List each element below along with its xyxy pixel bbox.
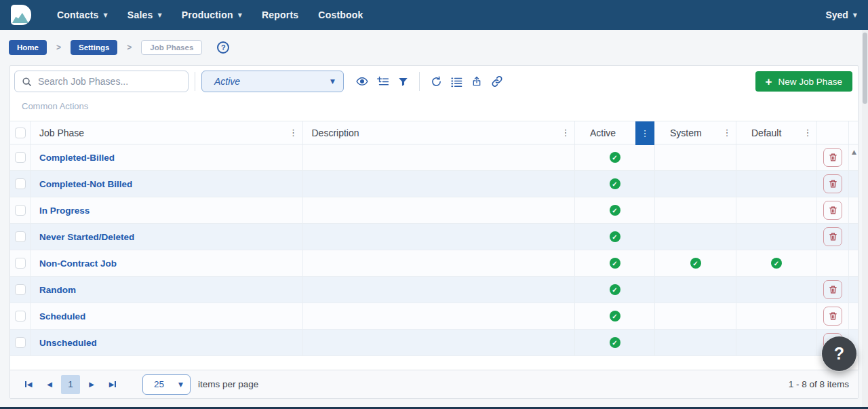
table-row: Random ✓ [10,277,858,303]
visibility-toggle-button[interactable] [353,72,372,91]
first-page-icon: ◀ [27,381,33,388]
column-header-description[interactable]: Description [312,128,359,138]
caret-down-icon: ▼ [853,12,857,18]
row-checkbox[interactable] [15,205,26,216]
caret-down-icon: ▼ [238,12,242,18]
help-icon[interactable]: ? [217,41,229,54]
active-check-icon: ✓ [610,311,620,322]
column-header-active[interactable]: Active [590,128,616,138]
top-navbar: Contacts ▼ Sales ▼ Production ▼ Reports … [0,0,868,30]
column-header-job-phase[interactable]: Job Phase [39,128,84,138]
caret-down-icon: ▼ [104,12,108,18]
delete-button[interactable] [823,280,842,299]
table-row: Completed-Not Billed ✓ [10,171,858,197]
new-job-phase-button[interactable]: + New Job Phase [755,71,853,92]
job-phase-link[interactable]: Never Started/Deleted [39,232,134,242]
previous-page-icon: ◀ [47,381,52,388]
page-number-button[interactable]: 1 [61,375,80,394]
copy-link-button[interactable] [488,72,507,91]
job-phases-panel: Active ▼ + New Job Phase Comm [9,65,859,399]
row-checkbox[interactable] [15,337,26,348]
job-phase-link[interactable]: In Progress [39,206,90,216]
nav-item-production[interactable]: Production ▼ [182,9,242,20]
page-scrollbar-thumb[interactable] [863,33,867,104]
logo-mountain-icon [12,13,28,23]
last-page-button[interactable]: ▶ [103,375,122,394]
previous-page-button[interactable]: ◀ [40,375,59,394]
row-checkbox[interactable] [15,284,26,295]
refresh-icon [431,76,442,87]
column-header-default[interactable]: Default [751,128,781,138]
delete-button[interactable] [823,148,842,167]
common-actions-label: Common Actions [22,101,858,112]
delete-button[interactable] [823,201,842,220]
status-filter-value: Active [214,76,330,87]
items-per-page-label: items per page [198,379,258,389]
row-checkbox[interactable] [15,258,26,269]
row-checkbox[interactable] [15,152,26,163]
system-check-icon: ✓ [690,258,701,269]
status-filter-select[interactable]: Active ▼ [201,71,344,92]
search-input[interactable] [38,76,181,87]
row-checkbox[interactable] [15,178,26,189]
column-menu-icon[interactable]: ⋮ [719,128,734,138]
link-icon [491,75,503,87]
job-phase-link[interactable]: Random [39,285,76,295]
delete-button[interactable] [823,307,842,326]
next-page-button[interactable]: ▶ [82,375,101,394]
row-checkbox[interactable] [15,231,26,242]
list-icon [451,76,462,87]
column-menu-icon-active[interactable]: ⋮ [635,121,654,145]
table-row: In Progress ✓ [10,197,858,224]
search-box [14,71,189,92]
items-per-page-select[interactable]: 25 ▼ [142,374,191,395]
table-header-row: Job Phase ⋮ Description ⋮ Active ⋮ Syste… [10,121,858,144]
nav-item-contacts[interactable]: Contacts ▼ [57,9,108,20]
toolbar-divider [419,72,420,91]
first-page-button[interactable]: ◀ [19,375,38,394]
nav-item-costbook[interactable]: Costbook [318,9,363,20]
trash-icon [829,232,837,241]
breadcrumb-home[interactable]: Home [9,40,47,55]
nav-item-reports[interactable]: Reports [262,9,298,20]
breadcrumb-job-phases[interactable]: Job Phases [141,40,202,55]
breadcrumb-separator: > [56,43,61,52]
job-phase-link[interactable]: Completed-Billed [39,153,115,163]
help-fab-button[interactable]: ? [822,336,856,371]
nav-item-sales[interactable]: Sales ▼ [127,9,162,20]
active-check-icon: ✓ [610,205,620,216]
add-column-button[interactable] [373,72,393,91]
breadcrumb: Home > Settings > Job Phases ? [0,30,868,64]
delete-button[interactable] [823,227,842,246]
column-header-system[interactable]: System [670,128,702,138]
column-menu-icon[interactable]: ⋮ [558,128,573,138]
plus-icon: + [766,76,772,87]
job-phase-link[interactable]: Non-Contract Job [39,258,117,269]
delete-button[interactable] [823,174,842,193]
select-all-checkbox[interactable] [15,128,26,138]
nav-item-label: Contacts [57,9,99,20]
job-phase-link[interactable]: Unscheduled [39,338,97,348]
column-menu-icon[interactable]: ⋮ [800,128,815,138]
refresh-button[interactable] [427,72,446,91]
next-page-icon: ▶ [89,381,94,388]
job-phase-link[interactable]: Completed-Not Billed [39,179,132,189]
insert-column-icon [377,76,389,87]
app-logo[interactable] [11,5,31,25]
export-button[interactable] [467,72,487,91]
trash-icon [829,179,837,189]
table-scroll-up-icon[interactable]: ▲ [852,149,856,155]
eye-icon [356,75,368,87]
row-checkbox[interactable] [15,311,26,322]
job-phase-link[interactable]: Scheduled [39,311,85,322]
search-icon [22,77,32,87]
filter-button[interactable] [393,72,413,91]
active-check-icon: ✓ [610,178,620,189]
nav-item-label: Sales [127,9,153,20]
breadcrumb-settings[interactable]: Settings [71,40,117,55]
user-menu[interactable]: Syed ▼ [825,9,857,20]
list-view-button[interactable] [447,72,467,91]
trash-icon [829,206,837,215]
column-menu-icon[interactable]: ⋮ [286,128,301,138]
table-row: Non-Contract Job ✓ ✓ ✓ [10,250,858,277]
